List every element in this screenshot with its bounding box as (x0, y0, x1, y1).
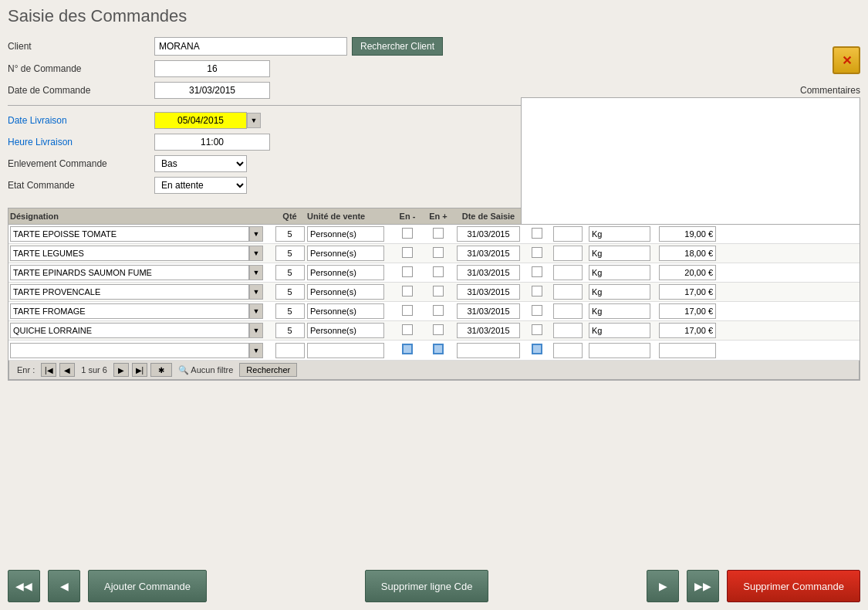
en-minus-checkbox-3[interactable] (402, 286, 413, 297)
empty-pret-checkbox[interactable] (532, 344, 542, 354)
etat-select[interactable]: En attente Validé Livré (154, 177, 247, 194)
en-minus-checkbox-1[interactable] (402, 247, 413, 258)
new-pu-input[interactable] (659, 343, 716, 358)
designation-input-4[interactable] (10, 303, 249, 319)
pu-input-0[interactable] (659, 226, 716, 242)
date-saisie-input-5[interactable] (457, 323, 520, 338)
new-ute-input[interactable] (589, 343, 650, 358)
date-saisie-input-1[interactable] (457, 246, 520, 261)
nav-last-btn[interactable]: ▶| (132, 363, 147, 377)
ute-input-0[interactable] (589, 226, 650, 242)
date-saisie-input-0[interactable] (457, 226, 520, 242)
new-qte-input[interactable] (275, 343, 305, 358)
designation-input-5[interactable] (10, 323, 249, 338)
qtef-input-3[interactable] (553, 284, 583, 300)
qtef-input-5[interactable] (553, 323, 583, 338)
qte-input-0[interactable] (275, 226, 305, 242)
qtef-input-2[interactable] (553, 265, 583, 280)
designation-input-2[interactable] (10, 265, 249, 280)
unite-input-2[interactable] (307, 265, 384, 280)
client-input[interactable] (154, 37, 347, 56)
en-plus-checkbox-4[interactable] (433, 305, 444, 316)
qtef-input-0[interactable] (553, 226, 583, 242)
qte-input-4[interactable] (275, 303, 305, 319)
new-designation-dropdown-btn[interactable]: ▼ (249, 343, 263, 358)
qte-input-2[interactable] (275, 265, 305, 280)
pret-checkbox-5[interactable] (532, 324, 542, 335)
qte-input-5[interactable] (275, 323, 305, 338)
toolbar-last-btn[interactable]: ▶▶ (687, 570, 719, 602)
designation-input-0[interactable] (10, 226, 249, 242)
pu-input-3[interactable] (659, 284, 716, 300)
designation-dropdown-btn-1[interactable]: ▼ (249, 246, 263, 261)
nav-prev-btn[interactable]: ◀ (59, 363, 75, 377)
pret-checkbox-4[interactable] (532, 305, 542, 316)
date-saisie-input-2[interactable] (457, 265, 520, 280)
en-plus-checkbox-2[interactable] (433, 266, 444, 277)
pu-input-1[interactable] (659, 246, 716, 261)
en-minus-checkbox-2[interactable] (402, 266, 413, 277)
en-minus-checkbox-4[interactable] (402, 305, 413, 316)
ute-input-1[interactable] (589, 246, 650, 261)
toolbar-next-btn[interactable]: ▶ (647, 570, 679, 602)
designation-dropdown-btn-4[interactable]: ▼ (249, 303, 263, 319)
date-livraison-dropdown-btn[interactable]: ▼ (247, 113, 261, 128)
pret-checkbox-2[interactable] (532, 266, 542, 277)
date-commande-input[interactable] (154, 82, 270, 99)
new-designation-input[interactable] (10, 343, 249, 358)
pret-checkbox-0[interactable] (532, 228, 542, 239)
new-qtef-input[interactable] (553, 343, 583, 358)
nav-next-btn[interactable]: ▶ (113, 363, 129, 377)
enlevement-select[interactable]: Bas Haut (154, 155, 247, 172)
date-saisie-input-3[interactable] (457, 284, 520, 300)
new-unite-input[interactable] (307, 343, 384, 358)
qtef-input-1[interactable] (553, 246, 583, 261)
rechercher-client-button[interactable]: Rechercher Client (352, 37, 443, 56)
designation-dropdown-btn-0[interactable]: ▼ (249, 226, 263, 242)
en-plus-checkbox-0[interactable] (433, 228, 444, 239)
designation-dropdown-btn-2[interactable]: ▼ (249, 265, 263, 280)
nav-rechercher-btn[interactable]: Rechercher (239, 363, 297, 377)
date-livraison-input[interactable] (154, 112, 247, 129)
pret-checkbox-1[interactable] (532, 247, 542, 258)
pu-input-5[interactable] (659, 323, 716, 338)
new-date-input[interactable] (457, 343, 520, 358)
commentaires-textarea[interactable] (521, 97, 860, 225)
pu-input-2[interactable] (659, 265, 716, 280)
qtef-input-4[interactable] (553, 303, 583, 319)
designation-dropdown-btn-5[interactable]: ▼ (249, 323, 263, 338)
close-button[interactable]: ✕ (833, 46, 860, 74)
toolbar-first-btn[interactable]: ◀◀ (8, 570, 40, 602)
empty-en-plus-checkbox[interactable] (433, 344, 444, 354)
en-plus-checkbox-1[interactable] (433, 247, 444, 258)
qte-input-3[interactable] (275, 284, 305, 300)
empty-en-minus-checkbox[interactable] (402, 344, 413, 354)
qte-input-1[interactable] (275, 246, 305, 261)
en-plus-checkbox-3[interactable] (433, 286, 444, 297)
unite-input-3[interactable] (307, 284, 384, 300)
heure-livraison-input[interactable] (154, 134, 270, 151)
ute-input-3[interactable] (589, 284, 650, 300)
supprimer-ligne-btn[interactable]: Supprimer ligne Cde (365, 570, 489, 602)
unite-input-4[interactable] (307, 303, 384, 319)
ute-input-2[interactable] (589, 265, 650, 280)
nav-new-btn[interactable]: ✱ (150, 363, 172, 377)
nav-first-btn[interactable]: |◀ (41, 363, 56, 377)
designation-dropdown-btn-3[interactable]: ▼ (249, 284, 263, 300)
ute-input-5[interactable] (589, 323, 650, 338)
en-minus-checkbox-0[interactable] (402, 228, 413, 239)
en-plus-checkbox-5[interactable] (433, 324, 444, 335)
toolbar-prev-btn[interactable]: ◀ (48, 570, 80, 602)
unite-input-1[interactable] (307, 246, 384, 261)
designation-input-1[interactable] (10, 246, 249, 261)
unite-input-5[interactable] (307, 323, 384, 338)
pu-input-4[interactable] (659, 303, 716, 319)
supprimer-commande-btn[interactable]: Supprimer Commande (727, 570, 860, 602)
date-saisie-input-4[interactable] (457, 303, 520, 319)
unite-input-0[interactable] (307, 226, 384, 242)
en-minus-checkbox-5[interactable] (402, 324, 413, 335)
commande-input[interactable] (154, 60, 270, 77)
ajouter-commande-btn[interactable]: Ajouter Commande (88, 570, 207, 602)
pret-checkbox-3[interactable] (532, 286, 542, 297)
ute-input-4[interactable] (589, 303, 650, 319)
